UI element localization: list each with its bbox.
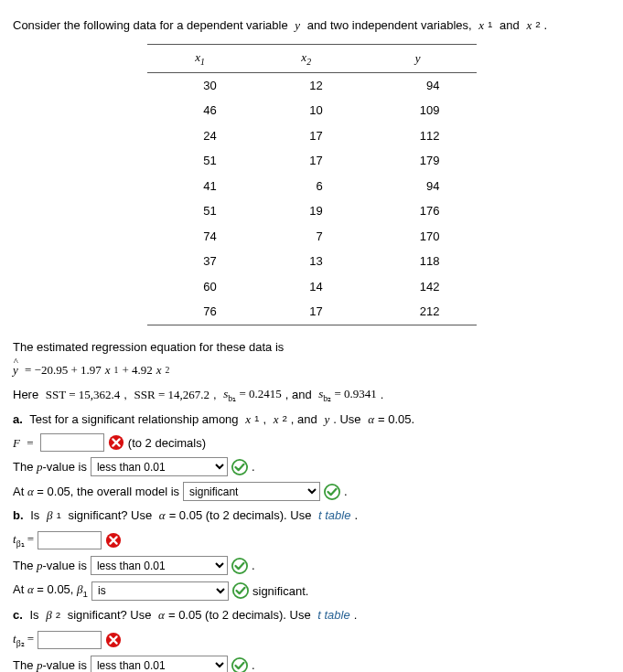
significant-word: significant.: [252, 582, 308, 601]
part-c: c. Is β2 significant? Use α = 0.05 (to 2…: [13, 606, 610, 624]
t-table-link[interactable]: t table: [318, 507, 350, 525]
part-b: b. Is β1 significant? Use α = 0.05 (to 2…: [13, 507, 610, 525]
table-row: 41694: [147, 174, 477, 199]
tb1-label: tβ₁ =: [13, 530, 34, 550]
correct-icon: [232, 582, 249, 599]
table-row: 6014142: [147, 274, 477, 300]
svg-point-1: [232, 460, 247, 475]
pvalue-label: The p-value is: [13, 656, 87, 672]
part-a: a. Test for a significant relationship a…: [13, 411, 610, 429]
pvalue-label: The p-value is: [13, 458, 87, 476]
incorrect-icon: [105, 632, 122, 648]
period: .: [252, 656, 255, 672]
pvalue-label: The p-value is: [13, 557, 87, 575]
period: .: [252, 557, 255, 575]
svg-point-4: [232, 559, 247, 573]
correct-icon: [231, 459, 248, 475]
svg-point-2: [325, 485, 339, 499]
data-table: x1 x2 y 301294 4610109 2417112 5117179 4…: [147, 44, 477, 325]
at-alpha-model: At α = 0.05, the overall model is: [13, 483, 179, 501]
col-y: y: [360, 44, 477, 72]
pvalue-select-c[interactable]: less than 0.01: [91, 656, 228, 672]
svg-point-7: [232, 657, 247, 672]
incorrect-icon: [105, 532, 122, 549]
table-row: 301294: [147, 72, 477, 98]
correct-icon: [231, 558, 248, 574]
pvalue-select-a[interactable]: less than 0.01: [91, 457, 228, 476]
table-row: 7617212: [147, 299, 477, 325]
table-row: 3713118: [147, 249, 477, 274]
eq-intro: The estimated regression equation for th…: [13, 338, 610, 357]
model-sig-select[interactable]: significant: [183, 482, 320, 501]
regression-equation: y = −20.95 + 1.97x1 + 4.92x2: [13, 361, 610, 379]
col-x1: x1: [147, 44, 253, 72]
table-row: 4610109: [147, 98, 477, 123]
to-2-decimals: (to 2 decimals): [128, 434, 206, 453]
f-label: F: [13, 434, 20, 453]
t-table-link[interactable]: t table: [317, 606, 349, 624]
tb2-label: tβ₂ =: [13, 630, 34, 650]
table-row: 2417112: [147, 123, 477, 149]
sst-ssr-line: Here SST = 15,362.4, SSR = 14,267.2, sb₁…: [13, 385, 610, 405]
table-row: 5117179: [147, 148, 477, 174]
at-alpha-b1: At α = 0.05, β1: [13, 581, 88, 601]
col-x2: x2: [253, 44, 360, 72]
correct-icon: [324, 484, 340, 500]
f-input[interactable]: [40, 433, 104, 452]
svg-point-5: [233, 583, 248, 598]
b1-is-select[interactable]: is: [91, 581, 229, 601]
pvalue-select-b[interactable]: less than 0.01: [91, 556, 228, 575]
table-row: 5119176: [147, 198, 477, 224]
table-row: 747170: [147, 224, 477, 250]
period: .: [252, 458, 255, 476]
intro-text: Consider the following data for a depend…: [13, 16, 610, 35]
incorrect-icon: [108, 434, 124, 451]
tb2-input[interactable]: [38, 631, 102, 649]
tb1-input[interactable]: [38, 531, 102, 549]
period: .: [344, 483, 348, 501]
correct-icon: [231, 657, 248, 672]
